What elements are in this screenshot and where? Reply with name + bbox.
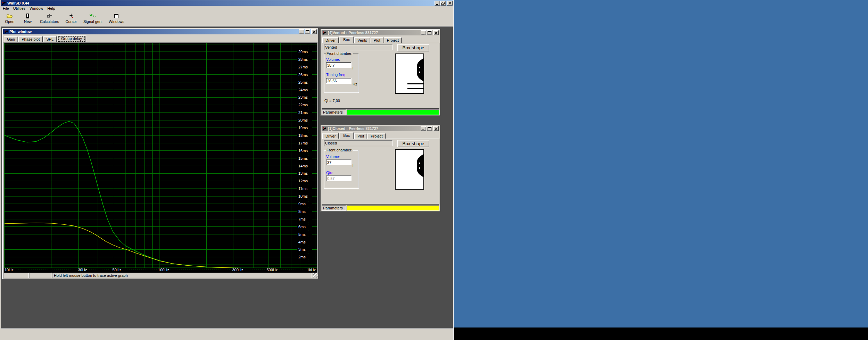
open-button[interactable]: Open bbox=[1, 11, 19, 25]
tool-label: Windows bbox=[109, 19, 124, 24]
plot-tabs: Gain Phase plot SPL Group delay bbox=[3, 35, 86, 42]
svg-text:28ms: 28ms bbox=[298, 57, 308, 61]
closed-tabs: Driver Box Plot Project bbox=[322, 132, 386, 139]
svg-text:25ms: 25ms bbox=[298, 80, 308, 84]
parameters-status-indicator bbox=[347, 109, 439, 115]
calculators-icon bbox=[46, 13, 53, 19]
svg-text:11ms: 11ms bbox=[298, 186, 308, 191]
vented-tabs: Driver Box Vents Plot Project bbox=[322, 36, 402, 43]
plot-area[interactable]: 29ms28ms27ms26ms25ms24ms23ms22ms21ms20ms… bbox=[3, 42, 318, 273]
tab-driver[interactable]: Driver bbox=[322, 37, 339, 43]
tab-driver[interactable]: Driver bbox=[322, 133, 339, 139]
closed-minimize-button[interactable] bbox=[421, 126, 426, 131]
svg-text:9ms: 9ms bbox=[298, 202, 306, 206]
svg-text:14ms: 14ms bbox=[298, 164, 308, 168]
tab-spl[interactable]: SPL bbox=[43, 36, 57, 42]
vented-window-icon bbox=[322, 31, 327, 35]
cursor-crosshair-icon bbox=[68, 13, 75, 19]
signal-gen-button[interactable]: Signal gen. bbox=[80, 11, 106, 25]
closed-window-title: [1]Closed : Peerless 831727 bbox=[328, 126, 420, 131]
tab-box[interactable]: Box bbox=[339, 132, 354, 139]
closed-close-button[interactable] bbox=[433, 126, 439, 131]
signal-generator-icon bbox=[89, 13, 97, 19]
tab-project[interactable]: Project bbox=[384, 37, 402, 43]
plot-window-titlebar[interactable]: Plot window bbox=[3, 29, 317, 34]
plot-window: Plot window bbox=[2, 28, 319, 279]
plot-statusbar: Hold left mouse button to trace active g… bbox=[3, 273, 317, 278]
cursor-button[interactable]: Cursor bbox=[62, 11, 80, 25]
svg-text:21ms: 21ms bbox=[298, 110, 308, 115]
menu-utilities[interactable]: Utilities bbox=[11, 6, 27, 11]
svg-text:4ms: 4ms bbox=[298, 240, 306, 244]
svg-text:29ms: 29ms bbox=[298, 50, 308, 54]
svg-text:20ms: 20ms bbox=[298, 118, 308, 122]
calculators-button[interactable]: Calculators bbox=[37, 11, 62, 25]
status-panel-2 bbox=[30, 273, 51, 278]
plot-window-title: Plot window bbox=[9, 30, 298, 34]
open-folder-icon bbox=[6, 13, 13, 19]
vented-minimize-button[interactable] bbox=[421, 30, 426, 35]
tab-project[interactable]: Project bbox=[367, 133, 386, 139]
closed-maximize-button[interactable] bbox=[427, 126, 432, 131]
close-button[interactable] bbox=[447, 1, 453, 6]
menu-file[interactable]: File bbox=[1, 6, 11, 11]
svg-text:15ms: 15ms bbox=[298, 156, 308, 160]
svg-text:100Hz: 100Hz bbox=[158, 268, 169, 272]
tab-box[interactable]: Box bbox=[339, 36, 354, 43]
restore-button[interactable] bbox=[440, 1, 446, 6]
group-delay-chart[interactable]: 29ms28ms27ms26ms25ms24ms23ms22ms21ms20ms… bbox=[4, 43, 317, 272]
minimize-icon bbox=[422, 127, 425, 130]
vented-close-button[interactable] bbox=[433, 30, 439, 35]
maximize-icon bbox=[306, 30, 309, 33]
toolbar: Open New Calculators bbox=[1, 11, 453, 26]
svg-text:13ms: 13ms bbox=[298, 171, 308, 175]
svg-text:27ms: 27ms bbox=[298, 65, 308, 69]
minimize-icon bbox=[436, 2, 439, 5]
restore-icon bbox=[441, 2, 445, 5]
vented-maximize-button[interactable] bbox=[427, 30, 432, 35]
plot-minimize-button[interactable] bbox=[299, 29, 304, 34]
mdi-client-area: Plot window bbox=[1, 26, 453, 329]
closed-box-tabpage bbox=[322, 139, 439, 205]
svg-text:50Hz: 50Hz bbox=[113, 268, 122, 272]
tool-label: Cursor bbox=[66, 19, 77, 24]
plot-close-button[interactable] bbox=[311, 29, 317, 34]
plot-maximize-button[interactable] bbox=[305, 29, 310, 34]
closed-statusbar: Parameters bbox=[322, 205, 439, 211]
svg-text:19ms: 19ms bbox=[298, 126, 308, 130]
menu-help[interactable]: Help bbox=[45, 6, 57, 11]
svg-text:2ms: 2ms bbox=[298, 255, 306, 259]
windows-button[interactable]: Windows bbox=[106, 11, 127, 25]
vented-window-titlebar[interactable]: [4]Vented : Peerless 831727 bbox=[322, 30, 439, 35]
tab-vents[interactable]: Vents bbox=[354, 37, 370, 43]
main-titlebar[interactable]: WinISD 0.44 bbox=[1, 0, 453, 6]
closed-box-window: [1]Closed : Peerless 831727 bbox=[321, 125, 440, 212]
new-button[interactable]: New bbox=[19, 11, 37, 25]
bottom-black-strip bbox=[454, 327, 868, 340]
new-document-icon bbox=[24, 13, 31, 19]
close-icon bbox=[435, 127, 438, 130]
svg-text:6ms: 6ms bbox=[298, 225, 306, 229]
closed-window-titlebar[interactable]: [1]Closed : Peerless 831727 bbox=[322, 126, 439, 131]
svg-text:26ms: 26ms bbox=[298, 73, 308, 77]
minimize-button[interactable] bbox=[435, 1, 440, 6]
tab-plot[interactable]: Plot bbox=[371, 37, 383, 43]
svg-text:16ms: 16ms bbox=[298, 149, 308, 153]
resize-grip[interactable] bbox=[313, 273, 317, 278]
close-icon bbox=[435, 31, 438, 34]
tab-phase-plot[interactable]: Phase plot bbox=[18, 36, 43, 42]
tab-gain[interactable]: Gain bbox=[4, 36, 18, 42]
parameters-status-indicator bbox=[347, 205, 439, 211]
minimize-icon bbox=[422, 31, 425, 34]
winisd-application-window: WinISD 0.44 File bbox=[0, 0, 454, 340]
parameters-label: Parameters bbox=[322, 109, 346, 115]
tab-group-delay[interactable]: Group delay bbox=[57, 35, 86, 42]
svg-text:300Hz: 300Hz bbox=[232, 268, 243, 272]
menu-bar: File Utilities Window Help bbox=[1, 6, 453, 11]
tab-plot[interactable]: Plot bbox=[354, 133, 367, 139]
menu-window[interactable]: Window bbox=[27, 6, 45, 11]
svg-text:17ms: 17ms bbox=[298, 141, 308, 145]
tool-label: New bbox=[24, 19, 32, 24]
svg-text:10Hz: 10Hz bbox=[5, 268, 14, 272]
close-icon bbox=[448, 2, 452, 5]
